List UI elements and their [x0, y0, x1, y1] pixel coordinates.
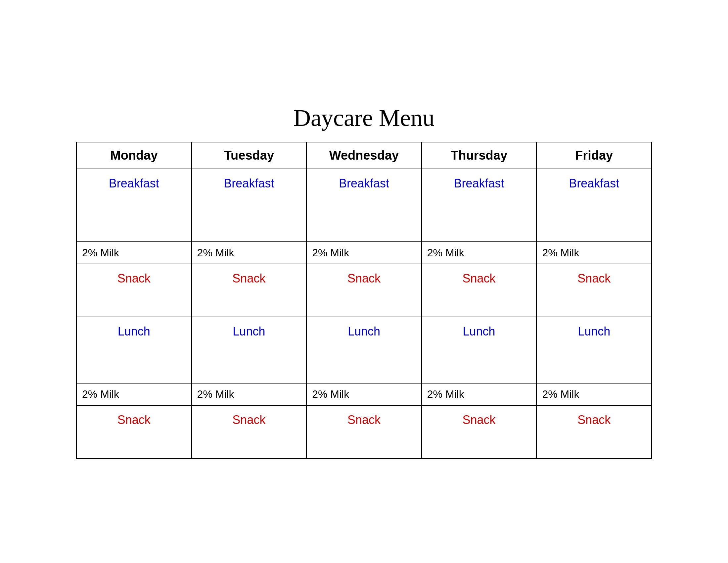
milk2-label-wednesday: 2% Milk — [312, 388, 349, 400]
col-thursday: Thursday — [422, 142, 537, 169]
milk1-label-tuesday: 2% Milk — [197, 247, 234, 258]
milk2-tuesday: 2% Milk — [192, 383, 307, 405]
breakfast-label-monday: Breakfast — [82, 174, 186, 190]
col-tuesday: Tuesday — [192, 142, 307, 169]
milk-row-1: 2% Milk 2% Milk 2% Milk 2% Milk 2% Milk — [76, 242, 652, 264]
lunch-label-tuesday: Lunch — [197, 322, 301, 339]
lunch-row: Lunch Lunch Lunch Lunch Lunch — [76, 317, 652, 383]
snack1-label-monday: Snack — [82, 269, 186, 286]
page-title: Daycare Menu — [76, 104, 652, 132]
snack2-label-tuesday: Snack — [197, 410, 301, 427]
snack1-tuesday: Snack — [192, 264, 307, 317]
lunch-label-thursday: Lunch — [427, 322, 531, 339]
breakfast-label-friday: Breakfast — [542, 174, 646, 190]
snack1-label-friday: Snack — [542, 269, 646, 286]
snack1-friday: Snack — [536, 264, 652, 317]
milk1-friday: 2% Milk — [536, 242, 652, 264]
milk1-label-monday: 2% Milk — [82, 247, 119, 258]
lunch-thursday: Lunch — [422, 317, 537, 383]
header-row: Monday Tuesday Wednesday Thursday Friday — [76, 142, 652, 169]
milk1-label-thursday: 2% Milk — [427, 247, 464, 258]
snack1-thursday: Snack — [422, 264, 537, 317]
menu-table: Monday Tuesday Wednesday Thursday Friday… — [76, 142, 652, 459]
snack2-monday: Snack — [76, 405, 192, 458]
snack1-label-wednesday: Snack — [312, 269, 416, 286]
col-friday: Friday — [536, 142, 652, 169]
breakfast-friday: Breakfast — [536, 169, 652, 242]
breakfast-tuesday: Breakfast — [192, 169, 307, 242]
breakfast-wednesday: Breakfast — [306, 169, 422, 242]
lunch-label-friday: Lunch — [542, 322, 646, 339]
milk2-label-thursday: 2% Milk — [427, 388, 464, 400]
snack1-monday: Snack — [76, 264, 192, 317]
col-wednesday: Wednesday — [306, 142, 422, 169]
snack2-tuesday: Snack — [192, 405, 307, 458]
lunch-tuesday: Lunch — [192, 317, 307, 383]
milk-row-2: 2% Milk 2% Milk 2% Milk 2% Milk 2% Milk — [76, 383, 652, 405]
breakfast-monday: Breakfast — [76, 169, 192, 242]
snack1-label-tuesday: Snack — [197, 269, 301, 286]
milk1-label-wednesday: 2% Milk — [312, 247, 349, 258]
col-monday: Monday — [76, 142, 192, 169]
milk2-label-tuesday: 2% Milk — [197, 388, 234, 400]
lunch-monday: Lunch — [76, 317, 192, 383]
milk1-monday: 2% Milk — [76, 242, 192, 264]
snack2-friday: Snack — [536, 405, 652, 458]
milk2-friday: 2% Milk — [536, 383, 652, 405]
milk1-label-friday: 2% Milk — [542, 247, 579, 258]
lunch-friday: Lunch — [536, 317, 652, 383]
snack2-label-monday: Snack — [82, 410, 186, 427]
milk1-thursday: 2% Milk — [422, 242, 537, 264]
breakfast-label-tuesday: Breakfast — [197, 174, 301, 190]
snack1-wednesday: Snack — [306, 264, 422, 317]
milk2-label-monday: 2% Milk — [82, 388, 119, 400]
breakfast-label-thursday: Breakfast — [427, 174, 531, 190]
lunch-label-monday: Lunch — [82, 322, 186, 339]
snack2-label-wednesday: Snack — [312, 410, 416, 427]
breakfast-thursday: Breakfast — [422, 169, 537, 242]
milk1-wednesday: 2% Milk — [306, 242, 422, 264]
milk2-monday: 2% Milk — [76, 383, 192, 405]
milk1-tuesday: 2% Milk — [192, 242, 307, 264]
snack2-label-thursday: Snack — [427, 410, 531, 427]
snack2-wednesday: Snack — [306, 405, 422, 458]
snack-row-2: Snack Snack Snack Snack Snack — [76, 405, 652, 458]
lunch-wednesday: Lunch — [306, 317, 422, 383]
snack1-label-thursday: Snack — [427, 269, 531, 286]
milk2-label-friday: 2% Milk — [542, 388, 579, 400]
lunch-label-wednesday: Lunch — [312, 322, 416, 339]
milk2-thursday: 2% Milk — [422, 383, 537, 405]
snack2-thursday: Snack — [422, 405, 537, 458]
breakfast-label-wednesday: Breakfast — [312, 174, 416, 190]
snack-row-1: Snack Snack Snack Snack Snack — [76, 264, 652, 317]
page-container: Daycare Menu Monday Tuesday Wednesday Th… — [50, 84, 678, 479]
snack2-label-friday: Snack — [542, 410, 646, 427]
milk2-wednesday: 2% Milk — [306, 383, 422, 405]
breakfast-row: Breakfast Breakfast Breakfast Breakfast … — [76, 169, 652, 242]
